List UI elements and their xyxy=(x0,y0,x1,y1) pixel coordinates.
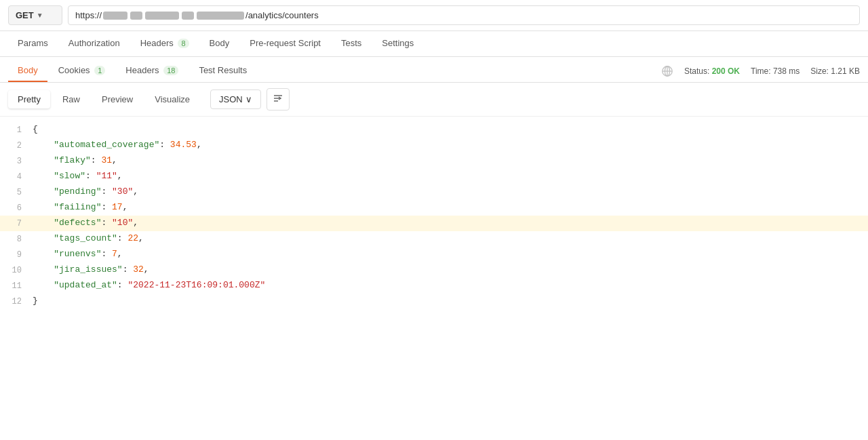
tab-response-headers[interactable]: Headers 18 xyxy=(116,60,188,82)
line-number: 10 xyxy=(0,262,33,278)
view-pretty-button[interactable]: Pretty xyxy=(8,90,50,108)
json-content: "jira_issues": 32, xyxy=(33,262,868,277)
format-bar: Pretty Raw Preview Visualize JSON ∨ xyxy=(0,83,868,117)
line-number: 11 xyxy=(0,278,33,294)
json-line: 12} xyxy=(0,294,868,309)
json-line: 10 "jira_issues": 32, xyxy=(0,262,868,278)
json-content: { xyxy=(33,122,868,137)
globe-icon xyxy=(661,65,673,77)
response-tabs: Body Cookies 1 Headers 18 Test Results xyxy=(8,60,661,82)
time-value: 738 ms xyxy=(773,66,800,76)
line-number: 4 xyxy=(0,169,33,184)
tab-pre-request-script[interactable]: Pre-request Script xyxy=(240,31,330,56)
tab-body-response[interactable]: Body xyxy=(8,60,47,82)
url-redacted-block-2 xyxy=(130,12,142,20)
line-number: 7 xyxy=(0,216,33,231)
line-number: 3 xyxy=(0,153,33,169)
json-content: "flaky": 31, xyxy=(33,153,868,168)
json-line: 6 "failing": 17, xyxy=(0,200,868,216)
tab-settings[interactable]: Settings xyxy=(372,31,423,56)
url-input[interactable]: https:// /analytics/counters xyxy=(68,5,860,25)
tab-tests[interactable]: Tests xyxy=(332,31,371,56)
url-prefix: https:// xyxy=(75,10,102,20)
json-line: 11 "updated_at": "2022-11-23T16:09:01.00… xyxy=(0,278,868,294)
wrap-lines-button[interactable] xyxy=(267,88,290,111)
time-label: Time: 738 ms xyxy=(751,66,800,76)
json-content: "defects": "10", xyxy=(33,216,868,231)
tab-headers[interactable]: Headers 8 xyxy=(131,31,199,56)
json-content: } xyxy=(33,294,868,308)
json-line: 9 "runenvs": 7, xyxy=(0,247,868,262)
json-line: 3 "flaky": 31, xyxy=(0,153,868,169)
line-number: 6 xyxy=(0,200,33,216)
method-dropdown[interactable]: GET ▼ xyxy=(8,5,62,25)
tab-test-results[interactable]: Test Results xyxy=(189,60,256,82)
json-line: 2 "automated_coverage": 34.53, xyxy=(0,138,868,153)
line-number: 1 xyxy=(0,122,33,138)
method-label: GET xyxy=(16,10,34,20)
line-number: 5 xyxy=(0,184,33,200)
url-redacted-block-5 xyxy=(197,12,244,20)
json-content: "updated_at": "2022-11-23T16:09:01.000Z" xyxy=(33,278,868,293)
headers-badge: 8 xyxy=(178,39,189,48)
response-headers-badge: 18 xyxy=(163,66,178,75)
url-redacted-block-3 xyxy=(145,12,179,20)
view-visualize-button[interactable]: Visualize xyxy=(145,90,199,108)
line-number: 9 xyxy=(0,247,33,262)
json-content: "tags_count": 22, xyxy=(33,231,868,246)
json-content: "automated_coverage": 34.53, xyxy=(33,138,868,153)
line-number: 8 xyxy=(0,231,33,247)
json-line: 5 "pending": "30", xyxy=(0,184,868,200)
cookies-badge: 1 xyxy=(94,66,105,75)
view-preview-button[interactable]: Preview xyxy=(92,90,142,108)
json-body: 1{2 "automated_coverage": 34.53,3 "flaky… xyxy=(0,117,868,315)
line-number: 12 xyxy=(0,294,33,309)
tab-cookies[interactable]: Cookies 1 xyxy=(49,60,115,82)
request-tabs: Params Authorization Headers 8 Body Pre-… xyxy=(0,31,868,57)
json-line: 4 "slow": "11", xyxy=(0,169,868,184)
tab-authorization[interactable]: Authorization xyxy=(59,31,130,56)
size-label: Size: 1.21 KB xyxy=(810,66,860,76)
status-area: Status: 200 OK Time: 738 ms Size: 1.21 K… xyxy=(661,65,860,77)
tab-body-request[interactable]: Body xyxy=(200,31,239,56)
url-redacted-block-4 xyxy=(182,12,194,20)
url-redacted-block-1 xyxy=(103,12,127,20)
json-line: 7 "defects": "10", xyxy=(0,216,868,231)
json-line: 1{ xyxy=(0,122,868,138)
chevron-down-icon: ▼ xyxy=(37,12,43,19)
status-label: Status: 200 OK xyxy=(684,66,740,76)
response-tabs-row: Body Cookies 1 Headers 18 Test Results S… xyxy=(0,57,868,83)
url-bar: GET ▼ https:// /analytics/counters xyxy=(0,0,868,31)
json-content: "runenvs": 7, xyxy=(33,247,868,262)
format-label: JSON xyxy=(219,94,243,104)
line-number: 2 xyxy=(0,138,33,153)
status-value: 200 OK xyxy=(712,66,740,76)
format-dropdown[interactable]: JSON ∨ xyxy=(210,89,261,109)
size-value: 1.21 KB xyxy=(831,66,860,76)
json-content: "slow": "11", xyxy=(33,169,868,184)
json-content: "failing": 17, xyxy=(33,200,868,215)
tab-params[interactable]: Params xyxy=(8,31,58,56)
json-line: 8 "tags_count": 22, xyxy=(0,231,868,247)
view-raw-button[interactable]: Raw xyxy=(53,90,90,108)
url-suffix: /analytics/counters xyxy=(245,10,319,20)
json-content: "pending": "30", xyxy=(33,184,868,199)
chevron-down-icon: ∨ xyxy=(245,94,252,104)
